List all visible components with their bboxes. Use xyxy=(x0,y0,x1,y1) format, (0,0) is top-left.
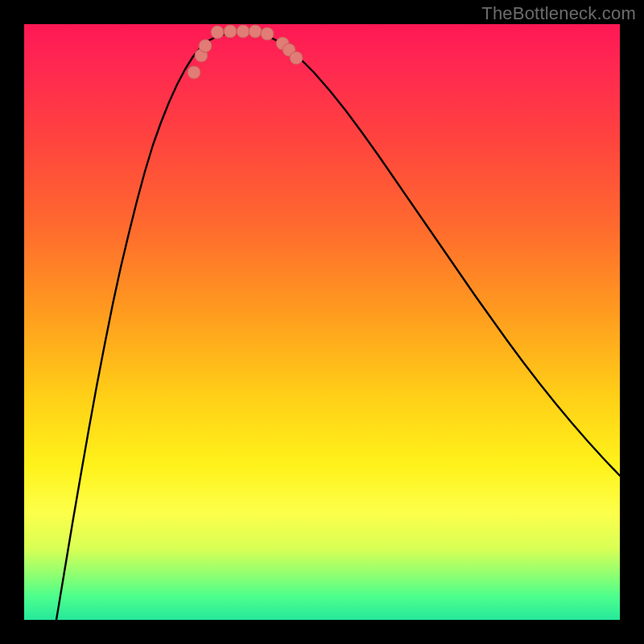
plot-area xyxy=(24,24,620,620)
data-marker xyxy=(199,39,212,52)
data-marker xyxy=(261,27,274,40)
data-marker xyxy=(224,25,237,38)
watermark-text: TheBottleneck.com xyxy=(481,3,636,24)
data-marker xyxy=(249,25,262,38)
data-marker xyxy=(290,52,303,64)
series-left-curve xyxy=(56,32,233,620)
series-right-curve xyxy=(258,32,620,476)
chart-frame: TheBottleneck.com xyxy=(0,0,644,644)
curve-layer xyxy=(24,24,620,620)
data-marker xyxy=(211,26,224,39)
data-marker xyxy=(188,66,200,79)
data-marker xyxy=(237,25,250,38)
